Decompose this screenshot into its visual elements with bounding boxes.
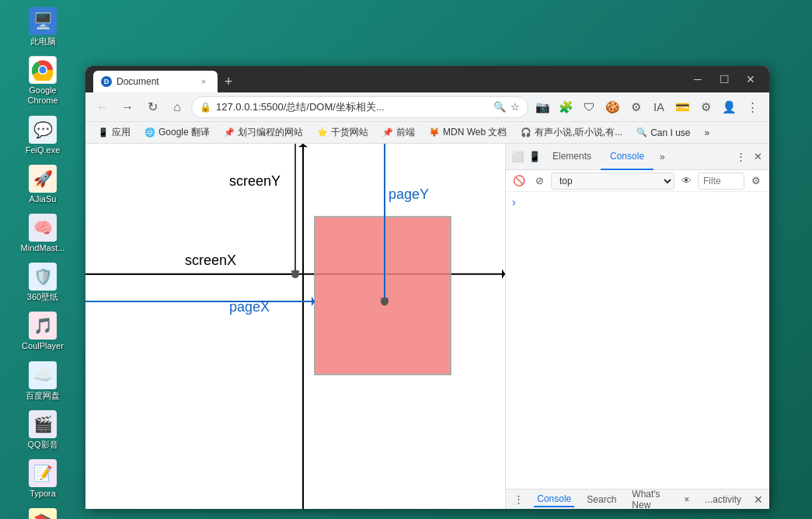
caniuse-icon: 🔍	[636, 127, 647, 138]
devtools-bottom-tab-console[interactable]: Console	[534, 492, 574, 507]
svg-marker-6	[502, 269, 505, 279]
desktop-icon-typora[interactable]: 📝 Typora	[12, 456, 74, 502]
browser-content: screenY pageY screenX pageX ⬜ 📱 Elements…	[85, 144, 769, 509]
extensions-button[interactable]: 🧩	[555, 96, 577, 118]
tab-close-button[interactable]: ×	[197, 75, 210, 88]
home-button[interactable]: ⌂	[166, 96, 188, 118]
forward-button[interactable]: →	[117, 96, 138, 118]
svg-marker-14	[312, 297, 315, 307]
desktop-icon-label: 百度网盘	[26, 391, 60, 401]
bookmark-label: 应用	[112, 126, 131, 139]
devtools-more-tabs[interactable]: »	[653, 152, 671, 162]
console-caret[interactable]: ›	[509, 194, 519, 210]
tab-bar: D Document × +	[93, 66, 681, 92]
desktop-icon-ajia[interactable]: 🚀 AJiaSu	[12, 162, 74, 207]
translate-button[interactable]: IA	[648, 96, 670, 118]
desktop-icon-label: 此电脑	[30, 37, 56, 47]
maximize-button[interactable]: ☐	[713, 68, 735, 90]
back-button[interactable]: ←	[92, 96, 113, 118]
desktop-icon-mindmaster[interactable]: 🧠 MindMast...	[12, 211, 74, 256]
bookmark-frontend[interactable]: 📌 前端	[376, 124, 421, 141]
bookmark-label: Google 翻译	[159, 126, 210, 139]
label-screenY: screenY	[229, 173, 281, 190]
desktop-icon-label: MindMast...	[21, 243, 65, 253]
devtools-device-button[interactable]: 📱	[526, 148, 543, 165]
devtools-bottom-tab-activity[interactable]: ...activity	[702, 493, 744, 507]
desktop-icon-qqmusic[interactable]: 🎬 QQ影音	[12, 407, 74, 453]
svg-rect-7	[315, 217, 451, 374]
bookmark-star-icon[interactable]: ☆	[511, 101, 520, 113]
devtools-panel: ⬜ 📱 Elements Console » ⋮ ✕ 🚫 ⊘	[505, 144, 769, 509]
devtools-inspect-button[interactable]: ⬜	[509, 148, 526, 165]
frontend-icon: 📌	[382, 127, 393, 138]
desktop-icon-feiq[interactable]: 💬 FeiQ.exe	[12, 113, 74, 158]
desktop-icon-computer[interactable]: 🖥️ 此电脑	[12, 4, 74, 50]
devtools-bottom-tab-whatsnew[interactable]: What's New	[629, 487, 671, 510]
translate-icon: 🌐	[145, 127, 155, 138]
bookmark-label: 划习编程的网站	[238, 126, 303, 139]
desktop-icon-coulplayer[interactable]: 🎵 CoulPlayer	[12, 308, 74, 354]
devtools-bottom-tab-x[interactable]: ×	[681, 493, 692, 507]
desktop-icon-baidunetdisk[interactable]: ☁️ 百度网盘	[12, 358, 74, 404]
bookmark-label: Can I use	[650, 127, 690, 138]
browser-tab-document[interactable]: D Document ×	[93, 71, 218, 92]
devtools-eye-button[interactable]: 👁	[678, 172, 695, 190]
desktop-icon-360[interactable]: 🛡️ 360壁纸	[12, 260, 74, 305]
screen-capture-button[interactable]: 📷	[531, 96, 553, 118]
bookmark-mdn[interactable]: 🦊 MDN Web 文档	[423, 124, 513, 141]
toolbar-right: 📷 🧩 🛡 🍪 ⚙ IA 💳 ⚙ 👤 ⋮	[531, 96, 763, 118]
devtools-bottom-kebab[interactable]: ⋮	[512, 491, 524, 508]
cookie-button[interactable]: 🍪	[601, 96, 623, 118]
devtools-bottom-tab-search[interactable]: Search	[584, 493, 619, 507]
menu-button[interactable]: ⋮	[741, 96, 763, 118]
desktop-icon-label: QQ影音	[27, 440, 58, 450]
new-tab-button[interactable]: +	[218, 71, 239, 92]
tab-title: Document	[117, 76, 159, 87]
minimize-button[interactable]: ─	[687, 68, 709, 90]
bookmark-caniuse[interactable]: 🔍 Can I use	[630, 126, 696, 140]
lock-icon: 🔒	[200, 102, 211, 113]
devtools-filter-input[interactable]	[698, 172, 744, 190]
devtools-panel-close[interactable]: ✕	[754, 493, 763, 506]
toolbar-settings[interactable]: ⚙	[695, 96, 716, 118]
mdn-icon: 🦊	[429, 127, 440, 138]
search-icon: 🔍	[493, 101, 506, 113]
svg-point-16	[381, 298, 389, 306]
desktop-icon-list: 🖥️ 此电脑 Google Chrome 💬 FeiQ.exe 🚀 AJiaSu…	[0, 0, 85, 519]
devtools-console-toolbar: 🚫 ⊘ top 👁 ⚙	[506, 170, 769, 192]
label-screenX: screenX	[185, 253, 236, 269]
svg-marker-4	[298, 144, 308, 147]
devtools-context-select[interactable]: top	[551, 172, 674, 190]
devtools-block-button[interactable]: ⊘	[531, 172, 548, 190]
bookmark-translate[interactable]: 🌐 Google 翻译	[138, 124, 216, 141]
bookmark-more[interactable]: »	[699, 126, 716, 140]
reload-button[interactable]: ↻	[141, 96, 163, 118]
bookmark-goods[interactable]: ⭐ 干货网站	[311, 124, 375, 141]
svg-point-2	[40, 67, 47, 74]
browser-title-bar: D Document × + ─ ☐ ✕	[85, 66, 769, 92]
bookmark-coding[interactable]: 📌 划习编程的网站	[218, 124, 309, 141]
adblock-button[interactable]: 🛡	[578, 96, 600, 118]
devtools-close-panel[interactable]: ✕	[749, 148, 766, 165]
settings-button[interactable]: ⚙	[625, 96, 646, 118]
desktop-icon-chrome[interactable]: Google Chrome	[12, 53, 74, 109]
profile-button[interactable]: 👤	[718, 96, 740, 118]
desktop-icon-label: Typora	[30, 489, 56, 499]
devtools-tab-console[interactable]: Console	[601, 144, 653, 170]
coding-icon: 📌	[224, 127, 235, 138]
window-controls: ─ ☐ ✕	[687, 68, 761, 90]
address-bar[interactable]: 🔒 127.0.0.1:5500/总结/DOM/坐标相关... 🔍 ☆	[191, 96, 528, 118]
devtools-kebab-menu[interactable]: ⋮	[732, 148, 749, 165]
devtools-clear-button[interactable]: 🚫	[511, 172, 528, 190]
wallet-button[interactable]: 💳	[671, 96, 693, 118]
close-button[interactable]: ✕	[740, 68, 761, 90]
devtools-settings-icon[interactable]: ⚙	[748, 172, 765, 190]
devtools-bottom-bar: ⋮ Console Search What's New × ...activit…	[506, 489, 769, 509]
devtools-tab-elements[interactable]: Elements	[543, 144, 601, 170]
bookmark-apps[interactable]: 📱 应用	[92, 124, 137, 141]
desktop-icon-wangyi[interactable]: 📚 网易有道词典	[12, 505, 74, 519]
coordinate-diagram	[85, 144, 505, 509]
audio-icon: 🎧	[521, 127, 531, 138]
bookmark-audiobook[interactable]: 🎧 有声小说,听小说,有...	[514, 124, 629, 141]
browser-window: D Document × + ─ ☐ ✕ ← → ↻ ⌂ 🔒 127.0.0.1…	[85, 66, 769, 509]
